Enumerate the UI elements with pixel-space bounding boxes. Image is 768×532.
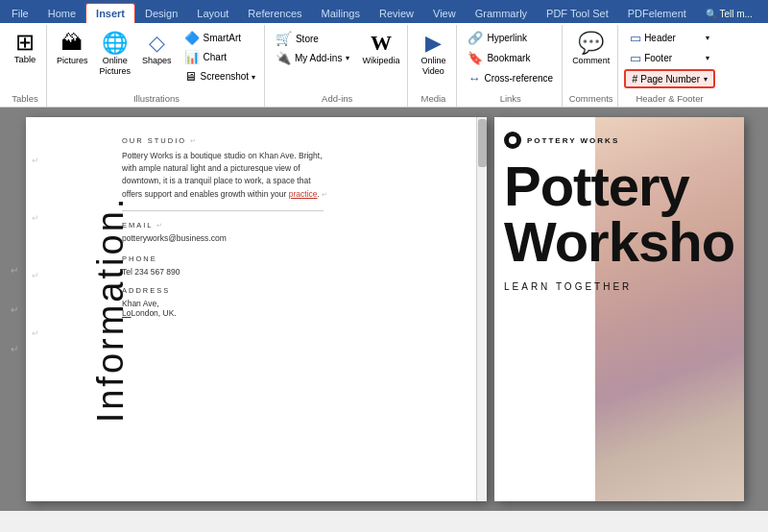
address-label: ADDRESS [122, 286, 468, 295]
smartart-button[interactable]: 🔷 SmartArt [180, 29, 260, 47]
ribbon-group-tables: ⊞ Table Tables [4, 25, 47, 107]
cross-reference-icon: ↔ [468, 71, 480, 85]
tab-home[interactable]: Home [38, 4, 85, 23]
ribbon-group-illustrations: 🏔 Pictures 🌐 OnlinePictures ◇ Shapes 🔷 S… [49, 25, 265, 107]
addins-group-label: Add-ins [322, 91, 352, 107]
store-label: Store [296, 34, 319, 44]
chart-button[interactable]: 📊 Chart [180, 48, 260, 66]
page-number-button[interactable]: # Page Number ▾ [624, 69, 715, 88]
rotated-title: Information. [90, 196, 132, 423]
my-addins-icon: 🔌 [276, 51, 291, 65]
tab-view[interactable]: View [423, 4, 466, 23]
phone-label: PHONE [122, 254, 468, 263]
tab-references[interactable]: References [238, 4, 311, 23]
bookmark-label: Bookmark [487, 53, 530, 63]
pictures-icon: 🏔 [61, 31, 83, 56]
scrollbar-thumb[interactable] [478, 119, 487, 167]
scroll-indicator-2: ↵ [11, 304, 18, 315]
screenshot-button[interactable]: 🖥 Screenshot ▾ [180, 67, 260, 85]
bookmark-icon: 🔖 [468, 51, 483, 65]
address-line2: LoLondon, UK. [122, 308, 468, 318]
shapes-button[interactable]: ◇ Shapes [138, 29, 176, 67]
table-icon: ⊞ [15, 31, 35, 54]
smartart-icon: 🔷 [184, 31, 200, 45]
comment-icon: 💬 [578, 31, 604, 56]
footer-dropdown-arrow: ▾ [706, 54, 709, 62]
ribbon-group-addins: 🛒 Store 🔌 My Add-ins ▾ W Wikipedia Add-i… [267, 25, 408, 107]
tab-pdfelement[interactable]: PDFelement [618, 4, 696, 23]
my-addins-button[interactable]: 🔌 My Add-ins ▾ [271, 49, 354, 67]
ribbon-group-header-footer: ▭ Header ▾ ▭ Footer ▾ # Page Number [620, 25, 719, 107]
online-video-button[interactable]: ▶ OnlineVideo [414, 29, 452, 79]
header-icon: ▭ [630, 31, 641, 45]
page-number-dropdown-arrow: ▾ [704, 75, 708, 84]
pottery-logo-mark [504, 132, 521, 149]
store-icon: 🛒 [276, 31, 292, 46]
tab-file[interactable]: File [2, 4, 38, 23]
right-page-content: POTTERY WORKS Pottery Worksho LEARN TOGE… [494, 117, 744, 306]
illustrations-group-label: Illustrations [133, 91, 180, 107]
email-label: EMAIL ↵ [122, 221, 468, 230]
tab-layout[interactable]: Layout [187, 4, 238, 23]
footer-icon: ▭ [630, 51, 641, 65]
phone-section: PHONE Tel 234 567 890 [122, 254, 468, 277]
tab-pdf-toolset[interactable]: PDF Tool Set [537, 4, 618, 23]
comment-button[interactable]: 💬 Comment [568, 29, 613, 67]
left-page-content: OUR STUDIO ↵ Pottery Works is a boutique… [112, 117, 487, 318]
footer-label: Footer [644, 53, 672, 63]
divider [122, 210, 324, 211]
online-pictures-button[interactable]: 🌐 OnlinePictures [96, 29, 135, 79]
tab-insert[interactable]: Insert [85, 3, 135, 23]
pictures-label: Pictures [57, 56, 88, 66]
table-label: Table [14, 54, 36, 64]
cross-reference-button[interactable]: ↔ Cross-reference [463, 69, 558, 87]
my-addins-arrow: ▾ [346, 54, 349, 62]
left-page: ↵ ↵ ↵ ↵ Information. OUR STUDIO ↵ Potter… [26, 117, 487, 501]
pottery-tagline: LEARN TOGETHER [504, 281, 734, 292]
tables-group-label: Tables [12, 91, 37, 107]
hyperlink-icon: 🔗 [468, 31, 483, 45]
phone-value: Tel 234 567 890 [122, 267, 468, 277]
email-section: EMAIL ↵ potteryworks@business.com · [122, 221, 468, 243]
chart-icon: 📊 [184, 50, 200, 64]
links-group-label: Links [500, 91, 521, 107]
screenshot-label: Screenshot ▾ [201, 71, 255, 82]
store-button[interactable]: 🛒 Store [271, 29, 354, 48]
footer-button[interactable]: ▭ Footer ▾ [624, 49, 715, 67]
screenshot-icon: 🖥 [184, 69, 197, 84]
header-footer-group-label: Header & Footer [636, 91, 703, 107]
ribbon-group-comments: 💬 Comment Comments [564, 25, 618, 107]
page-number-icon: # [632, 73, 637, 85]
online-pictures-icon: 🌐 [102, 31, 128, 56]
page-scrollbar[interactable] [476, 117, 487, 501]
tab-mailings[interactable]: Mailings [312, 4, 370, 23]
online-video-label: OnlineVideo [420, 56, 445, 77]
table-button[interactable]: ⊞ Table [8, 29, 42, 66]
online-video-icon: ▶ [425, 31, 442, 56]
tab-tell-me[interactable]: 🔍 Tell m... [696, 5, 762, 23]
wikipedia-label: Wikipedia [362, 56, 399, 65]
scroll-indicator-3: ↵ [11, 344, 18, 354]
scroll-indicator: ↵ [11, 265, 18, 276]
left-margin-marks: ↵ ↵ ↵ ↵ [32, 156, 39, 338]
tab-design[interactable]: Design [135, 4, 187, 23]
ribbon-group-media: ▶ OnlineVideo Media [410, 25, 457, 107]
media-group-label: Media [420, 91, 445, 107]
studio-body: Pottery Works is a boutique studio on Kh… [122, 150, 333, 201]
studio-label: OUR STUDIO ↵ [122, 136, 468, 145]
ribbon-group-links: 🔗 Hyperlink 🔖 Bookmark ↔ Cross-reference… [459, 25, 563, 107]
address-line1: Khan Ave, [122, 299, 468, 308]
pictures-button[interactable]: 🏔 Pictures [53, 29, 92, 68]
shapes-icon: ◇ [149, 31, 165, 56]
pottery-title: Pottery Worksho [504, 158, 734, 270]
header-dropdown-arrow: ▾ [706, 34, 709, 42]
header-button[interactable]: ▭ Header ▾ [624, 29, 715, 47]
wikipedia-button[interactable]: W Wikipedia [358, 29, 403, 67]
bookmark-button[interactable]: 🔖 Bookmark [463, 49, 558, 67]
hyperlink-button[interactable]: 🔗 Hyperlink [463, 29, 558, 47]
header-label: Header [644, 33, 676, 43]
cross-reference-label: Cross-reference [484, 73, 553, 84]
tab-review[interactable]: Review [370, 4, 423, 23]
tab-grammarly[interactable]: Grammarly [466, 4, 537, 23]
comments-group-label: Comments [569, 91, 613, 107]
